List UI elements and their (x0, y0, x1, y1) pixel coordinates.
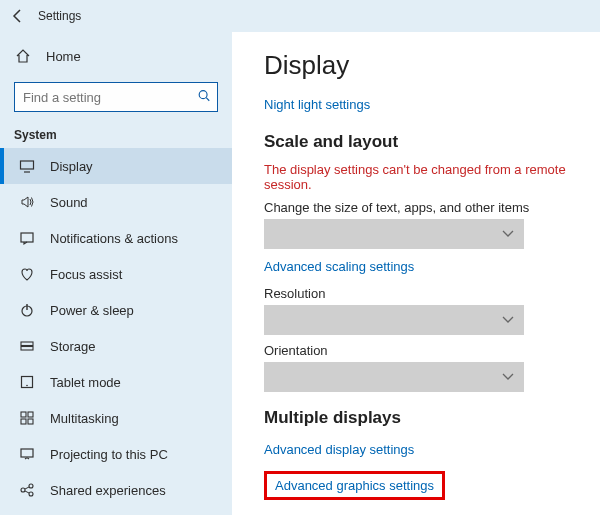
shared-icon (18, 482, 36, 498)
svg-rect-12 (28, 412, 33, 417)
sidebar-item-label: Notifications & actions (50, 231, 178, 246)
storage-icon (18, 338, 36, 354)
window-body: Home System Display (0, 32, 600, 515)
orientation-label: Orientation (264, 343, 578, 358)
multiple-displays-heading: Multiple displays (264, 408, 578, 428)
sidebar-item-tablet-mode[interactable]: Tablet mode (0, 364, 232, 400)
sidebar-item-projecting[interactable]: Projecting to this PC (0, 436, 232, 472)
sidebar-item-label: Sound (50, 195, 88, 210)
sidebar-item-power-sleep[interactable]: Power & sleep (0, 292, 232, 328)
sound-icon (18, 194, 36, 210)
sidebar-nav: Display Sound Notifications & actions (0, 148, 232, 508)
search-container (0, 74, 232, 122)
settings-window: Settings Home System (0, 0, 600, 515)
svg-rect-7 (21, 342, 33, 346)
advanced-display-settings-link[interactable]: Advanced display settings (264, 442, 414, 457)
svg-rect-13 (21, 419, 26, 424)
sidebar-item-multitasking[interactable]: Multitasking (0, 400, 232, 436)
sidebar-item-label: Shared experiences (50, 483, 166, 498)
svg-rect-8 (21, 347, 33, 351)
arrow-left-icon (10, 8, 26, 24)
projecting-icon (18, 446, 36, 462)
sidebar-item-focus-assist[interactable]: Focus assist (0, 256, 232, 292)
notifications-icon (18, 230, 36, 246)
svg-rect-4 (21, 233, 33, 242)
display-icon (18, 158, 36, 174)
sidebar-section-header: System (0, 122, 232, 148)
sidebar-item-label: Display (50, 159, 93, 174)
orientation-dropdown[interactable] (264, 362, 524, 392)
svg-line-19 (25, 487, 29, 489)
scale-dropdown[interactable] (264, 219, 524, 249)
focus-assist-icon (18, 266, 36, 282)
sidebar-item-storage[interactable]: Storage (0, 328, 232, 364)
page-title: Display (264, 50, 578, 81)
content-pane: Display Night light settings Scale and l… (232, 32, 600, 515)
sidebar-item-display[interactable]: Display (0, 148, 232, 184)
scale-layout-heading: Scale and layout (264, 132, 578, 152)
svg-point-10 (26, 385, 28, 387)
sidebar-item-label: Multitasking (50, 411, 119, 426)
back-button[interactable] (4, 2, 32, 30)
svg-rect-14 (28, 419, 33, 424)
sidebar-home[interactable]: Home (0, 38, 232, 74)
sidebar-item-label: Power & sleep (50, 303, 134, 318)
svg-point-16 (21, 488, 25, 492)
resolution-label: Resolution (264, 286, 578, 301)
chevron-down-icon (502, 227, 514, 241)
svg-point-18 (29, 492, 33, 496)
highlight-box: Advanced graphics settings (264, 471, 445, 500)
remote-session-warning: The display settings can't be changed fr… (264, 162, 578, 192)
sidebar-item-sound[interactable]: Sound (0, 184, 232, 220)
advanced-scaling-link[interactable]: Advanced scaling settings (264, 259, 414, 274)
svg-rect-2 (21, 161, 34, 169)
sidebar-item-label: Storage (50, 339, 96, 354)
window-title: Settings (38, 9, 81, 23)
chevron-down-icon (502, 313, 514, 327)
home-icon (14, 48, 32, 64)
sidebar-item-label: Projecting to this PC (50, 447, 168, 462)
svg-rect-15 (21, 449, 33, 457)
sidebar-item-label: Tablet mode (50, 375, 121, 390)
svg-rect-11 (21, 412, 26, 417)
tablet-icon (18, 374, 36, 390)
svg-point-17 (29, 484, 33, 488)
multitasking-icon (18, 410, 36, 426)
sidebar-item-label: Focus assist (50, 267, 122, 282)
sidebar: Home System Display (0, 32, 232, 515)
svg-line-20 (25, 491, 29, 493)
resolution-dropdown[interactable] (264, 305, 524, 335)
sidebar-home-label: Home (46, 49, 81, 64)
advanced-graphics-settings-link[interactable]: Advanced graphics settings (275, 478, 434, 493)
power-icon (18, 302, 36, 318)
scale-label: Change the size of text, apps, and other… (264, 200, 578, 215)
sidebar-item-notifications[interactable]: Notifications & actions (0, 220, 232, 256)
sidebar-item-shared-experiences[interactable]: Shared experiences (0, 472, 232, 508)
chevron-down-icon (502, 370, 514, 384)
titlebar: Settings (0, 0, 600, 32)
search-input[interactable] (14, 82, 218, 112)
night-light-settings-link[interactable]: Night light settings (264, 97, 370, 112)
